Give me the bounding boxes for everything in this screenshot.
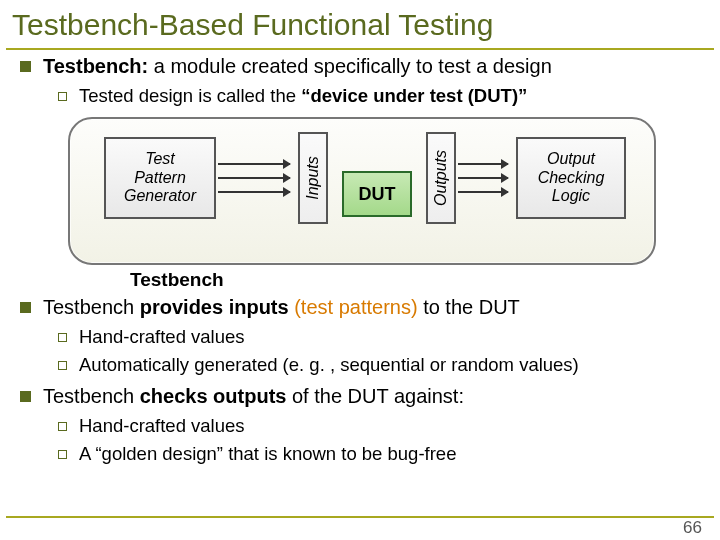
- tpg-label: Test Pattern Generator: [124, 150, 196, 205]
- outputs-label: Outputs: [432, 150, 450, 206]
- inputs-box: Inputs: [298, 132, 328, 224]
- provides-post: to the DUT: [418, 296, 520, 318]
- inputs-label: Inputs: [304, 156, 322, 200]
- bullet-checks-outputs: Testbench checks outputs of the DUT agai…: [20, 384, 700, 409]
- bullet-square-icon: [20, 302, 31, 313]
- checks-post: of the DUT against:: [286, 385, 464, 407]
- divider-bottom: [6, 516, 714, 518]
- bullet-text: Testbench: a module created specifically…: [43, 54, 552, 79]
- subbullet-square-icon: [58, 361, 67, 370]
- subbullet-text: Hand-crafted values: [79, 415, 245, 437]
- slide: Testbench-Based Functional Testing Testb…: [0, 0, 720, 540]
- bullet-testbench-def: Testbench: a module created specifically…: [20, 54, 700, 79]
- testbench-def-rest: a module created specifically to test a …: [148, 55, 552, 77]
- checks-bold: checks outputs: [140, 385, 287, 407]
- ocl-label: Output Checking Logic: [538, 150, 605, 205]
- bullet-text: Testbench checks outputs of the DUT agai…: [43, 384, 464, 409]
- subbullet-square-icon: [58, 422, 67, 431]
- subbullet-text: Tested design is called the “device unde…: [79, 85, 527, 107]
- output-checking-logic-box: Output Checking Logic: [516, 137, 626, 219]
- dut-box: DUT: [342, 171, 412, 217]
- test-patterns-highlight: (test patterns): [289, 296, 418, 318]
- subbullet-square-icon: [58, 333, 67, 342]
- subbullet-autogen: Automatically generated (e. g. , sequent…: [58, 354, 700, 376]
- testbench-term: Testbench:: [43, 55, 148, 77]
- bullet-text: Testbench provides inputs (test patterns…: [43, 295, 520, 320]
- test-pattern-generator-box: Test Pattern Generator: [104, 137, 216, 219]
- dut-bold: “device under test (DUT)”: [301, 85, 527, 106]
- subbullet-dut: Tested design is called the “device unde…: [58, 85, 700, 107]
- bullet-square-icon: [20, 61, 31, 72]
- subbullet-square-icon: [58, 92, 67, 101]
- dut-pre: Tested design is called the: [79, 85, 301, 106]
- subbullet-text: Automatically generated (e. g. , sequent…: [79, 354, 579, 376]
- bullet-square-icon: [20, 391, 31, 402]
- dut-label: DUT: [359, 184, 396, 205]
- testbench-container: Test Pattern Generator Inputs DUT Output…: [68, 117, 656, 265]
- testbench-diagram: Test Pattern Generator Inputs DUT Output…: [68, 117, 678, 291]
- subbullet-handcrafted-inputs: Hand-crafted values: [58, 326, 700, 348]
- subbullet-text: A “golden design” that is known to be bu…: [79, 443, 456, 465]
- divider-top: [6, 48, 714, 50]
- outputs-box: Outputs: [426, 132, 456, 224]
- provides-pre: Testbench: [43, 296, 140, 318]
- content-area: Testbench: a module created specifically…: [0, 54, 720, 465]
- bullet-provides-inputs: Testbench provides inputs (test patterns…: [20, 295, 700, 320]
- subbullet-text: Hand-crafted values: [79, 326, 245, 348]
- provides-bold: provides inputs: [140, 296, 289, 318]
- checks-pre: Testbench: [43, 385, 140, 407]
- subbullet-handcrafted-outputs: Hand-crafted values: [58, 415, 700, 437]
- subbullet-square-icon: [58, 450, 67, 459]
- testbench-caption: Testbench: [130, 269, 678, 291]
- slide-title: Testbench-Based Functional Testing: [0, 0, 720, 48]
- subbullet-golden: A “golden design” that is known to be bu…: [58, 443, 700, 465]
- page-number: 66: [683, 518, 702, 538]
